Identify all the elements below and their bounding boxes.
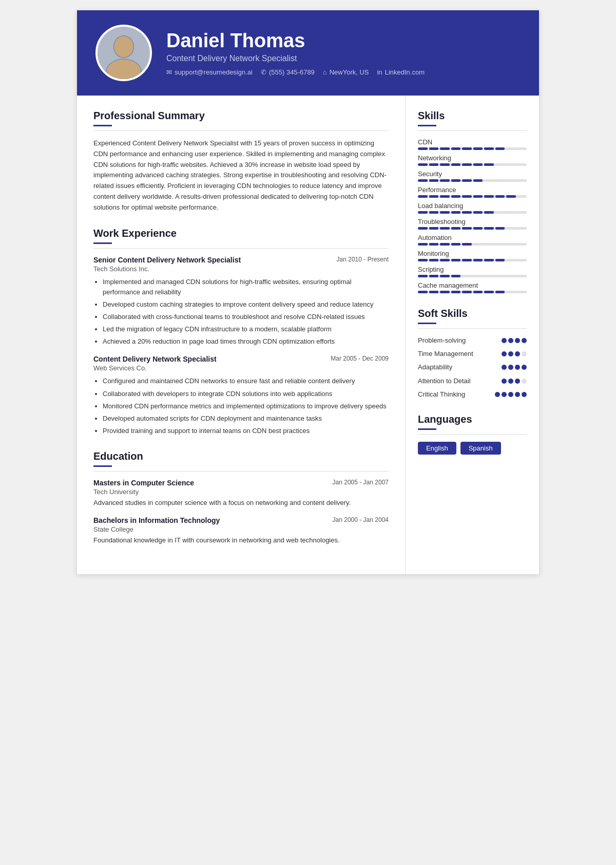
skill-seg-3-4 [462, 195, 472, 198]
skill-seg-2-4 [462, 179, 472, 182]
skill-seg-6-8 [506, 243, 516, 246]
skill-seg-7-3 [451, 259, 461, 261]
skill-seg-5-5 [473, 227, 483, 230]
dot-4-0 [495, 392, 500, 397]
skills-line [418, 130, 527, 131]
job-title-0: Senior Content Delivery Network Speciali… [93, 256, 241, 264]
skill-seg-8-0 [418, 275, 428, 277]
contact-location: ⌂ NewYork, US [323, 68, 369, 76]
skill-seg-3-7 [495, 195, 505, 198]
skill-seg-4-3 [451, 211, 461, 214]
skill-row-9: Cache management [418, 281, 527, 293]
skill-seg-2-6 [484, 179, 494, 182]
skill-seg-0-7 [495, 147, 505, 150]
skill-bar-9 [418, 291, 527, 293]
skill-seg-9-6 [484, 291, 494, 293]
skill-seg-8-1 [429, 275, 439, 277]
skill-seg-0-9 [517, 147, 527, 150]
skill-seg-1-9 [517, 163, 527, 166]
dot-3-3 [522, 379, 527, 384]
skill-seg-9-8 [506, 291, 516, 293]
skill-seg-1-2 [440, 163, 450, 166]
skill-seg-5-4 [462, 227, 472, 230]
soft-skills-line [418, 328, 527, 329]
soft-skill-row-4: Critical Thinking [418, 390, 527, 399]
job-header-1: Content Delivery Network Specialist Mar … [93, 355, 389, 363]
bullet: Collaborated with cross-functional teams… [103, 312, 389, 322]
bullet: Collaborated with developers to integrat… [103, 389, 389, 399]
job-company-1: Web Services Co. [93, 364, 389, 372]
skill-seg-2-7 [495, 179, 505, 182]
job-item-0: Senior Content Delivery Network Speciali… [93, 256, 389, 347]
skill-seg-1-6 [484, 163, 494, 166]
skill-seg-2-3 [451, 179, 461, 182]
skill-seg-7-1 [429, 259, 439, 261]
skill-bar-0 [418, 147, 527, 150]
skill-name-8: Scripting [418, 266, 527, 273]
edu-item-1: Bachelors in Information Technology Jan … [93, 516, 389, 546]
dot-4-2 [508, 392, 513, 397]
soft-dots-4 [495, 392, 527, 397]
skill-row-7: Monitoring [418, 250, 527, 261]
skill-seg-4-1 [429, 211, 439, 214]
bullet: Achieved a 20% reduction in page load ti… [103, 336, 389, 347]
work-experience-section: Work Experience Senior Content Delivery … [93, 228, 389, 437]
edu-degree-1: Bachelors in Information Technology [93, 516, 220, 524]
languages-section: Languages EnglishSpanish [418, 413, 527, 455]
skill-bar-3 [418, 195, 527, 198]
summary-section: Professional Summary Experienced Content… [93, 110, 389, 213]
edu-line [93, 471, 389, 472]
skill-seg-3-9 [517, 195, 527, 198]
header: Daniel Thomas Content Delivery Network S… [77, 10, 539, 96]
skill-name-7: Monitoring [418, 250, 527, 257]
dot-1-1 [508, 351, 513, 356]
skill-seg-6-3 [451, 243, 461, 246]
skill-seg-2-9 [517, 179, 527, 182]
dot-0-2 [515, 338, 520, 343]
summary-title: Professional Summary [93, 110, 389, 122]
left-column: Professional Summary Experienced Content… [77, 96, 406, 574]
edu-item-0: Masters in Computer Science Jan 2005 - J… [93, 479, 389, 508]
skill-seg-7-9 [517, 259, 527, 261]
contact-list: ✉ support@resumedesign.ai ✆ (555) 345-67… [166, 68, 521, 76]
dot-0-3 [522, 338, 527, 343]
skill-seg-7-8 [506, 259, 516, 261]
job-bullets-0: Implemented and managed CDN solutions fo… [93, 277, 389, 347]
dot-2-2 [515, 365, 520, 370]
skill-seg-4-6 [484, 211, 494, 214]
skill-seg-3-5 [473, 195, 483, 198]
dot-3-1 [508, 379, 513, 384]
skill-name-0: CDN [418, 138, 527, 146]
dot-0-0 [502, 338, 507, 343]
soft-skill-name-1: Time Management [418, 349, 473, 359]
skill-seg-2-0 [418, 179, 428, 182]
skill-seg-5-9 [517, 227, 527, 230]
skill-seg-4-7 [495, 211, 505, 214]
dot-2-0 [502, 365, 507, 370]
skill-seg-6-2 [440, 243, 450, 246]
skill-seg-7-5 [473, 259, 483, 261]
skill-seg-8-8 [506, 275, 516, 277]
skill-row-1: Networking [418, 154, 527, 166]
skills-divider [418, 125, 436, 126]
skill-seg-4-4 [462, 211, 472, 214]
resume-container: Daniel Thomas Content Delivery Network S… [77, 10, 539, 574]
skill-seg-2-5 [473, 179, 483, 182]
soft-skill-row-3: Attention to Detail [418, 377, 527, 386]
job-company-0: Tech Solutions Inc. [93, 265, 389, 273]
skill-row-6: Automation [418, 234, 527, 246]
soft-dots-1 [502, 351, 527, 356]
skill-seg-2-8 [506, 179, 516, 182]
skill-name-3: Performance [418, 186, 527, 194]
skill-seg-1-8 [506, 163, 516, 166]
dot-1-0 [502, 351, 507, 356]
dot-2-3 [522, 365, 527, 370]
skill-seg-4-8 [506, 211, 516, 214]
bullet: Developed custom caching strategies to i… [103, 299, 389, 310]
avatar [95, 25, 152, 81]
skill-seg-0-4 [462, 147, 472, 150]
dot-3-0 [502, 379, 507, 384]
skill-seg-9-0 [418, 291, 428, 293]
location-icon: ⌂ [323, 68, 327, 76]
edu-date-0: Jan 2005 - Jan 2007 [333, 479, 389, 486]
